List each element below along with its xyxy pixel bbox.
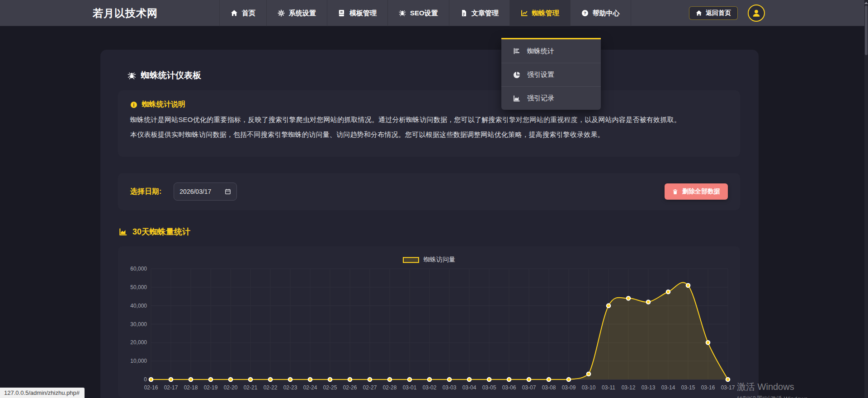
bar-chart-icon: [513, 47, 520, 55]
spider-icon: [127, 71, 136, 80]
dropdown-item-force-index-settings[interactable]: 强引设置: [501, 63, 601, 86]
info-paragraph: 蜘蛛统计是网站SEO优化的重要指标，反映了搜索引擎爬虫对您网站的抓取情况。通过分…: [130, 116, 728, 124]
spider-icon: [399, 9, 406, 17]
page-scrollbar[interactable]: [864, 0, 868, 398]
svg-text:02-25: 02-25: [323, 384, 337, 391]
svg-text:40,000: 40,000: [130, 303, 147, 309]
nav-item-article-manage[interactable]: 文章管理: [449, 0, 509, 26]
scrollbar-up-arrow-icon[interactable]: [864, 2, 868, 4]
svg-text:30,000: 30,000: [130, 321, 147, 328]
pie-chart-icon: [513, 71, 520, 79]
svg-text:03-03: 03-03: [443, 384, 457, 391]
user-icon: [752, 9, 761, 18]
svg-text:03-01: 03-01: [403, 384, 417, 391]
svg-text:03-09: 03-09: [562, 384, 576, 391]
svg-text:03-13: 03-13: [642, 384, 656, 391]
nav-item-spider-manage[interactable]: 蜘蛛管理: [509, 0, 570, 26]
svg-text:03-10: 03-10: [582, 384, 596, 391]
dropdown-item-label: 强引记录: [527, 94, 554, 103]
nav-item-template-manage[interactable]: 模板管理: [327, 0, 387, 26]
info-card: i 蜘蛛统计说明 蜘蛛统计是网站SEO优化的重要指标，反映了搜索引擎爬虫对您网站…: [118, 90, 740, 157]
home-icon: [696, 10, 702, 16]
svg-text:02-26: 02-26: [343, 384, 357, 391]
trash-icon: [672, 189, 678, 195]
calendar-icon: [225, 188, 231, 195]
avatar[interactable]: [748, 5, 765, 22]
date-input[interactable]: 2026/03/17: [174, 183, 237, 201]
spider-manage-dropdown: 蜘蛛统计 强引设置 强引记录: [501, 38, 601, 110]
back-home-label: 返回首页: [706, 9, 731, 17]
home-icon: [231, 9, 238, 17]
spider-chart-card: 蜘蛛访问量 010,00020,00030,00040,00050,00060,…: [118, 246, 740, 398]
nav-item-label: 系统设置: [289, 9, 316, 18]
site-logo: 若月以技术网: [93, 0, 158, 26]
dropdown-item-label: 强引设置: [527, 70, 554, 79]
navbar: 若月以技术网 首页 系统设置 模板管理 SEO设置 文章管理 蜘蛛管理 ? 帮助…: [0, 0, 868, 26]
svg-text:03-16: 03-16: [701, 384, 715, 391]
nav-item-label: SEO设置: [410, 9, 438, 18]
svg-text:03-14: 03-14: [661, 384, 675, 391]
svg-text:02-18: 02-18: [184, 384, 198, 391]
svg-text:03-15: 03-15: [681, 384, 695, 391]
area-chart-icon: [513, 95, 520, 102]
svg-text:02-27: 02-27: [363, 384, 377, 391]
legend-label: 蜘蛛访问量: [424, 256, 455, 264]
book-icon: [338, 9, 345, 17]
svg-text:02-21: 02-21: [244, 384, 258, 391]
chart-line-icon: [521, 9, 528, 17]
delete-all-data-button[interactable]: 删除全部数据: [665, 183, 728, 200]
svg-text:10,000: 10,000: [130, 358, 147, 364]
date-label: 选择日期:: [130, 187, 161, 197]
svg-text:03-05: 03-05: [482, 384, 496, 391]
date-value: 2026/03/17: [179, 188, 211, 195]
svg-text:03-06: 03-06: [502, 384, 516, 391]
nav-item-home[interactable]: 首页: [219, 0, 266, 26]
nav-item-label: 模板管理: [349, 9, 377, 18]
nav-item-label: 帮助中心: [593, 9, 620, 18]
nav-menu: 首页 系统设置 模板管理 SEO设置 文章管理 蜘蛛管理 ? 帮助中心: [219, 0, 631, 26]
scrollbar-thumb[interactable]: [865, 5, 868, 55]
svg-text:03-02: 03-02: [423, 384, 437, 391]
svg-text:03-17: 03-17: [721, 384, 735, 391]
svg-text:03-08: 03-08: [542, 384, 556, 391]
main-panel: 蜘蛛统计仪表板 i 蜘蛛统计说明 蜘蛛统计是网站SEO优化的重要指标，反映了搜索…: [100, 50, 759, 398]
svg-text:02-17: 02-17: [164, 384, 178, 391]
nav-item-label: 首页: [242, 9, 255, 18]
svg-text:03-07: 03-07: [522, 384, 536, 391]
svg-text:?: ?: [584, 10, 586, 15]
nav-item-seo-settings[interactable]: SEO设置: [387, 0, 449, 26]
nav-item-system-settings[interactable]: 系统设置: [266, 0, 327, 26]
nav-item-label: 蜘蛛管理: [532, 9, 559, 18]
question-icon: ?: [581, 9, 589, 17]
file-icon: [460, 9, 467, 17]
svg-text:50,000: 50,000: [130, 284, 147, 290]
dropdown-item-label: 蜘蛛统计: [527, 47, 554, 56]
legend-item-spider-visits[interactable]: 蜘蛛访问量: [118, 256, 740, 264]
svg-text:02-16: 02-16: [144, 384, 158, 391]
info-card-title: i 蜘蛛统计说明: [130, 100, 728, 109]
nav-item-help-center[interactable]: ? 帮助中心: [570, 0, 631, 26]
info-circle-icon: i: [130, 101, 137, 108]
area-chart-icon: [119, 228, 127, 236]
svg-text:0: 0: [144, 376, 147, 383]
svg-text:03-12: 03-12: [622, 384, 636, 391]
svg-text:02-19: 02-19: [204, 384, 218, 391]
info-paragraph: 本仪表板提供实时蜘蛛访问数据，包括不同搜索引擎蜘蛛的访问量、访问趋势和分布情况。…: [130, 131, 728, 139]
status-url-bar: 127.0.0.5/admin/zhizhu.php#: [0, 388, 85, 398]
dropdown-item-force-index-records[interactable]: 强引记录: [501, 86, 601, 110]
back-home-button[interactable]: 返回首页: [689, 6, 738, 20]
svg-text:03-11: 03-11: [602, 384, 615, 391]
nav-item-label: 文章管理: [472, 9, 499, 18]
svg-text:02-23: 02-23: [283, 384, 297, 391]
page-title: 蜘蛛统计仪表板: [127, 70, 201, 81]
dropdown-item-spider-stats[interactable]: 蜘蛛统计: [501, 39, 601, 63]
date-filter-card: 选择日期: 2026/03/17 删除全部数据: [118, 173, 740, 210]
spider-visits-chart[interactable]: 010,00020,00030,00040,00050,00060,00002-…: [118, 246, 740, 398]
svg-text:02-22: 02-22: [264, 384, 278, 391]
svg-text:02-28: 02-28: [383, 384, 397, 391]
legend-color-box: [403, 257, 419, 263]
svg-text:03-04: 03-04: [462, 384, 476, 391]
svg-text:i: i: [133, 102, 135, 107]
svg-text:60,000: 60,000: [130, 266, 147, 272]
svg-text:20,000: 20,000: [130, 339, 147, 346]
